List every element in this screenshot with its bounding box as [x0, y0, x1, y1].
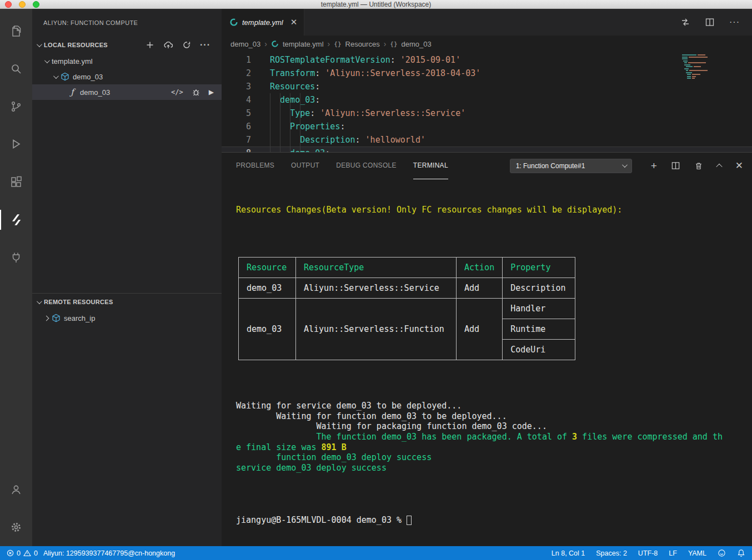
line-number: 8	[222, 147, 251, 152]
tab-output[interactable]: OUTPUT	[291, 153, 319, 179]
terminal-line: e final size was 891 B	[236, 442, 744, 453]
breadcrumb-item[interactable]: demo_03	[230, 40, 260, 48]
tab-template-yml[interactable]: template.yml ✕	[222, 9, 304, 36]
line-content: Properties:	[251, 120, 345, 133]
code-line[interactable]: 5 Type: 'Aliyun::Serverless::Service'	[222, 107, 752, 120]
minimap[interactable]	[681, 54, 743, 80]
customize-layout-icon[interactable]	[680, 17, 690, 27]
zoom-window-button[interactable]	[33, 1, 39, 8]
tab-debug-console[interactable]: DEBUG CONSOLE	[336, 153, 397, 179]
line-content: Resources:	[251, 80, 320, 93]
tree-item-label: template.yml	[52, 57, 93, 65]
run-debug-icon[interactable]	[0, 125, 32, 163]
accounts-icon[interactable]	[0, 471, 32, 508]
terminal-log: Waiting for service demo_03 to be deploy…	[236, 401, 744, 473]
code-line[interactable]: 3Resources:	[222, 80, 752, 93]
terminal-prompt[interactable]: jiangyu@B-165MLVDL-0004 demo_03 %	[236, 515, 744, 526]
cell-action: Add	[457, 298, 503, 360]
code-line[interactable]: 1ROSTemplateFormatVersion: '2015-09-01'	[222, 53, 752, 67]
maximize-panel-icon[interactable]	[716, 163, 722, 169]
warning-count: 0	[34, 549, 38, 557]
local-resources-header[interactable]: LOCAL RESOURCES	[32, 37, 222, 53]
explorer-icon[interactable]	[0, 12, 32, 50]
tree-item-template-yml[interactable]: template.yml	[32, 53, 222, 69]
sidebar: ALIYUN: FUNCTION COMPUTE LOCAL RESOURCES	[32, 9, 222, 546]
remote-resources-label: REMOTE RESOURCES	[44, 299, 113, 305]
object-symbol-icon: {}	[334, 41, 341, 48]
problems-status[interactable]: 0 0	[7, 549, 38, 557]
chevron-down-icon	[37, 42, 42, 47]
breadcrumb-item[interactable]: template.yml	[283, 40, 324, 48]
tab-terminal[interactable]: TERMINAL	[413, 153, 448, 179]
breadcrumb-item[interactable]: demo_03	[402, 40, 432, 48]
more-actions-icon[interactable]: ···	[200, 40, 210, 50]
kill-terminal-icon[interactable]	[694, 162, 703, 170]
encoding-status[interactable]: UTF-8	[638, 549, 658, 557]
terminal-line: service demo_03 deploy success	[236, 463, 744, 473]
more-actions-icon[interactable]: ···	[729, 17, 740, 27]
chevron-down-icon	[53, 73, 59, 79]
terminal-line: function demo_03 deploy success	[236, 452, 744, 463]
tree-item-service-demo-03[interactable]: demo_03	[32, 69, 222, 84]
panel: PROBLEMS OUTPUT DEBUG CONSOLE TERMINAL 1…	[222, 152, 752, 546]
local-resources-label: LOCAL RESOURCES	[44, 42, 108, 48]
resource-changes-table: Resource ResourceType Action Property de…	[238, 257, 575, 360]
close-panel-icon[interactable]: ✕	[735, 161, 743, 170]
add-icon[interactable]	[146, 41, 154, 49]
code-line[interactable]: 4 demo_03:	[222, 93, 752, 107]
extensions-icon[interactable]	[0, 163, 32, 201]
tab-close-icon[interactable]: ✕	[290, 17, 298, 27]
search-icon[interactable]	[0, 50, 32, 88]
window-title: template.yml — Untitled (Workspace)	[321, 1, 432, 8]
minimize-window-button[interactable]	[19, 1, 26, 8]
new-terminal-icon[interactable]: +	[651, 160, 657, 171]
cell-type: Aliyun::Serverless::Function	[296, 298, 457, 360]
breadcrumb-item[interactable]: Resources	[345, 40, 380, 48]
terminal-instance-label: 1: Function Compute#1	[516, 162, 585, 170]
cloud-upload-icon[interactable]	[163, 41, 173, 49]
language-mode[interactable]: YAML	[688, 549, 706, 557]
breadcrumb-separator: ›	[328, 39, 330, 48]
column-header: Property	[503, 257, 575, 278]
cell-type: Aliyun::Serverless::Service	[296, 278, 457, 298]
code-line[interactable]: 7 Description: 'helloworld'	[222, 133, 752, 147]
run-icon[interactable]: ▶	[209, 88, 214, 96]
tab-problems[interactable]: PROBLEMS	[236, 153, 274, 179]
cursor-position[interactable]: Ln 8, Col 1	[552, 549, 585, 557]
code-line[interactable]: 8 demo_03:	[222, 147, 752, 152]
column-header: Action	[457, 257, 503, 278]
indentation-status[interactable]: Spaces: 2	[596, 549, 627, 557]
code-icon[interactable]: </>	[171, 88, 183, 96]
terminal[interactable]: Resources Changes(Beta version! Only FC …	[222, 179, 752, 546]
panel-actions: + ✕	[651, 160, 743, 171]
settings-gear-icon[interactable]	[0, 508, 32, 546]
tree-item-search-ip[interactable]: search_ip	[32, 310, 222, 326]
panel-header: PROBLEMS OUTPUT DEBUG CONSOLE TERMINAL 1…	[222, 153, 752, 179]
feedback-icon[interactable]	[718, 549, 726, 557]
eol-status[interactable]: LF	[669, 549, 677, 557]
code-line[interactable]: 2Transform: 'Aliyun::Serverless-2018-04-…	[222, 67, 752, 80]
chevron-down-icon	[44, 58, 50, 63]
code-editor[interactable]: 1ROSTemplateFormatVersion: '2015-09-01'2…	[222, 52, 752, 152]
notifications-bell-icon[interactable]	[737, 549, 745, 557]
editor-actions: ···	[680, 9, 752, 36]
split-terminal-icon[interactable]	[671, 161, 680, 170]
terminal-instance-select[interactable]: 1: Function Compute#1	[510, 159, 632, 173]
source-control-icon[interactable]	[0, 88, 32, 125]
refresh-icon[interactable]	[182, 41, 191, 49]
aliyun-account-status[interactable]: Aliyun: 1295939377467795@cn-hongkong	[43, 549, 175, 557]
vscode-window: template.yml — Untitled (Workspace)	[0, 0, 752, 560]
code-line[interactable]: 6 Properties:	[222, 120, 752, 133]
plugin-icon[interactable]	[0, 239, 32, 276]
aliyun-fc-icon[interactable]	[0, 201, 32, 239]
split-editor-icon[interactable]	[705, 17, 715, 27]
close-window-button[interactable]	[5, 1, 12, 8]
remote-resources-header[interactable]: REMOTE RESOURCES	[32, 294, 222, 310]
error-icon	[7, 549, 14, 557]
line-number: 4	[222, 93, 251, 107]
title-bar: template.yml — Untitled (Workspace)	[0, 0, 752, 9]
tree-item-function-demo-03[interactable]: ƒ demo_03 </> ▶	[32, 84, 222, 100]
bug-icon[interactable]	[192, 88, 200, 97]
activity-bar	[0, 9, 32, 546]
chevron-down-icon	[622, 162, 628, 168]
